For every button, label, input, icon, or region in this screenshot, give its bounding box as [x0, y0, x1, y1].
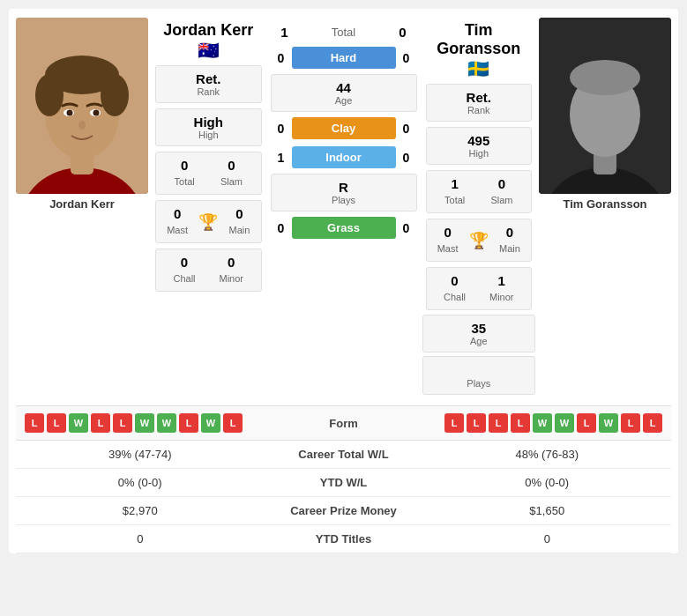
- match-hard-btn: Hard: [292, 47, 396, 69]
- right-mast-value: 0: [437, 225, 459, 240]
- match-total-label: Total: [295, 26, 392, 39]
- form-badge-right: L: [643, 413, 662, 433]
- prize-left: $2,970: [16, 504, 265, 517]
- left-player-photo: [16, 18, 148, 194]
- right-chall-value: 0: [444, 273, 466, 288]
- right-mast-box: 0 Mast 🏆 0 Main: [426, 219, 533, 262]
- right-plays-box: Plays: [422, 356, 536, 395]
- right-slam-value: 0: [490, 176, 512, 191]
- match-clay-right: 0: [396, 122, 417, 136]
- form-badge-right: W: [555, 413, 574, 433]
- left-high-label: High: [161, 130, 256, 140]
- svg-point-11: [78, 121, 86, 130]
- form-badge-left: L: [25, 413, 44, 433]
- right-rank-value: Ret.: [432, 90, 526, 105]
- left-chall-label: Chall: [173, 273, 195, 284]
- ytd-wl-right: 0% (0-0): [423, 476, 672, 489]
- left-chall-box: 0 Chall 0 Minor: [155, 249, 262, 292]
- right-chall-box: 0 Chall 1 Minor: [426, 267, 533, 310]
- right-slam-label: Slam: [490, 195, 512, 205]
- right-player-name: Tim Goransson: [422, 21, 536, 58]
- ytd-wl-row: 0% (0-0) YTD W/L 0% (0-0): [16, 469, 671, 497]
- right-main-label: Main: [499, 243, 520, 254]
- left-plays-value: R: [277, 180, 411, 195]
- right-age-box: 35 Age: [422, 315, 536, 353]
- left-player-name: Jordan Kerr: [152, 21, 265, 40]
- left-mast-label: Mast: [167, 225, 188, 235]
- left-high-box: High High: [155, 108, 262, 146]
- form-badges-left: LLWLLWWLWL: [25, 413, 300, 433]
- titles-right: 0: [423, 532, 672, 545]
- left-plays-label: Plays: [277, 195, 411, 205]
- left-trophy-icon: 🏆: [198, 212, 218, 232]
- match-hard-right: 0: [396, 51, 417, 65]
- match-clay-left: 0: [271, 122, 292, 136]
- right-chall-label: Chall: [444, 292, 466, 302]
- right-total-box: 1 Total 0 Slam: [426, 170, 533, 213]
- left-player-flag: 🇦🇺: [152, 40, 265, 61]
- ytd-wl-left: 0% (0-0): [16, 476, 265, 489]
- svg-point-5: [35, 74, 63, 116]
- left-player-label: Jordan Kerr: [49, 194, 115, 214]
- left-rank-label: Rank: [161, 86, 256, 97]
- right-high-box: 495 High: [426, 127, 533, 165]
- right-total-label: Total: [444, 195, 465, 205]
- left-age-value: 44: [277, 80, 411, 95]
- form-badge-left: L: [47, 413, 66, 433]
- match-grass-right: 0: [396, 221, 417, 235]
- center-age-box: 44 Age: [271, 74, 417, 112]
- left-rank-box: Ret. Rank: [155, 65, 262, 103]
- form-section: LLWLLWWLWL Form LLLLWWLWLL: [16, 405, 671, 441]
- right-player-flag: 🇸🇪: [422, 58, 536, 79]
- right-plays-label: Plays: [429, 378, 530, 389]
- right-player-photo: [539, 18, 671, 194]
- form-badge-right: W: [533, 413, 552, 433]
- left-mast-box: 0 Mast 🏆 0 Main: [155, 200, 262, 243]
- match-total-left: 1: [274, 25, 295, 40]
- svg-point-9: [67, 110, 73, 116]
- form-badge-left: L: [91, 413, 110, 433]
- left-minor-value: 0: [220, 255, 244, 270]
- form-badge-right: L: [577, 413, 596, 433]
- right-player-name-block: Tim Goransson 🇸🇪: [422, 18, 536, 81]
- right-minor-value: 1: [489, 273, 514, 288]
- right-rank-label: Rank: [432, 105, 526, 115]
- right-mast-label: Mast: [437, 243, 459, 254]
- right-main-value: 0: [499, 225, 520, 240]
- match-indoor-left: 1: [271, 151, 292, 165]
- right-plays-value: [429, 362, 530, 378]
- left-slam-label: Slam: [220, 176, 243, 187]
- left-minor-label: Minor: [220, 273, 244, 284]
- titles-row: 0 YTD Titles 0: [16, 525, 671, 553]
- match-total-right: 0: [392, 25, 414, 40]
- form-badge-left: W: [69, 413, 88, 433]
- prize-row: $2,970 Career Prize Money $1,650: [16, 497, 671, 525]
- career-wl-right: 48% (76-83): [423, 448, 672, 461]
- right-high-label: High: [432, 148, 526, 159]
- form-badge-left: L: [113, 413, 132, 433]
- match-indoor-btn: Indoor: [292, 146, 396, 168]
- right-age-value: 35: [429, 321, 530, 336]
- left-total-label: Total: [175, 176, 195, 187]
- form-badge-left: L: [179, 413, 198, 433]
- career-wl-row: 39% (47-74) Career Total W/L 48% (76-83): [16, 441, 671, 469]
- match-grass-left: 0: [271, 221, 292, 235]
- form-label: Form: [300, 417, 388, 430]
- left-slam-value: 0: [220, 158, 243, 173]
- form-badge-right: L: [489, 413, 508, 433]
- form-badge-left: W: [201, 413, 220, 433]
- form-badge-right: L: [621, 413, 640, 433]
- right-trophy-icon: 🏆: [469, 231, 489, 250]
- left-chall-value: 0: [173, 255, 195, 270]
- left-high-value: High: [161, 115, 256, 130]
- match-clay-btn: Clay: [292, 117, 396, 139]
- prize-label: Career Prize Money: [265, 504, 423, 517]
- ytd-wl-label: YTD W/L: [265, 476, 423, 489]
- career-wl-label: Career Total W/L: [265, 448, 423, 461]
- right-high-value: 495: [432, 133, 526, 148]
- form-badge-right: L: [467, 413, 486, 433]
- svg-point-6: [101, 74, 129, 116]
- match-hard-left: 0: [271, 51, 292, 65]
- form-badge-right: L: [444, 413, 464, 433]
- left-total-box: 0 Total 0 Slam: [155, 152, 262, 195]
